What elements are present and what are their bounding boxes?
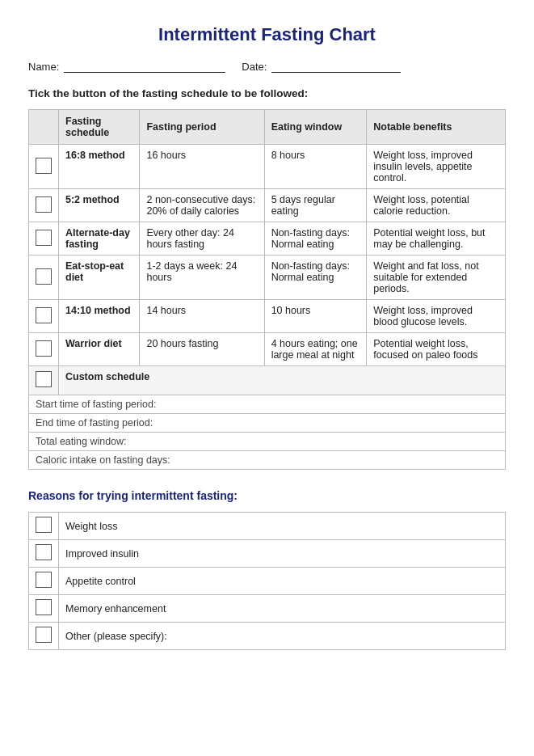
row-window-5: 4 hours eating; one large meal at night — [264, 333, 367, 366]
checkbox-2[interactable] — [36, 230, 52, 246]
table-row: 14:10 method 14 hours 10 hours Weight lo… — [29, 300, 506, 333]
reason-checkbox-4[interactable] — [36, 627, 52, 643]
reason-checkbox-1[interactable] — [36, 544, 52, 560]
col-header-period: Fasting period — [140, 110, 264, 145]
name-field-group: Name: — [28, 60, 225, 73]
row-benefits-1: Weight loss, potential calorie reduction… — [367, 189, 506, 222]
name-input-line[interactable] — [64, 60, 225, 73]
row-checkbox-cell-2 — [29, 222, 59, 256]
reason-row: Other (please specify): — [29, 623, 506, 650]
custom-field-row-0: Start time of fasting period: — [29, 395, 506, 414]
checkbox-5[interactable] — [36, 340, 52, 357]
row-period-5: 20 hours fasting — [140, 333, 264, 366]
reason-checkbox-cell-1 — [29, 540, 59, 568]
row-benefits-5: Potential weight loss, focused on paleo … — [367, 333, 506, 366]
row-schedule-name-1: 5:2 method — [59, 189, 140, 222]
reason-label-0: Weight loss — [59, 513, 506, 540]
row-period-1: 2 non-consecutive days: 20% of daily cal… — [140, 189, 264, 222]
reasons-section: Reasons for trying intermittent fasting:… — [28, 489, 506, 650]
row-schedule-name-3: Eat-stop-eat diet — [59, 256, 140, 300]
table-row: 5:2 method 2 non-consecutive days: 20% o… — [29, 189, 506, 222]
row-benefits-4: Weight loss, improved blood glucose leve… — [367, 300, 506, 333]
reasons-table: Weight loss Improved insulin Appetite co… — [28, 512, 506, 650]
row-checkbox-cell-5 — [29, 333, 59, 366]
reason-label-2: Appetite control — [59, 568, 506, 595]
checkbox-3[interactable] — [36, 268, 52, 285]
reason-checkbox-cell-0 — [29, 513, 59, 540]
date-label: Date: — [242, 61, 267, 73]
table-row: Alternate-day fasting Every other day: 2… — [29, 222, 506, 256]
reasons-title: Reasons for trying intermittent fasting: — [28, 489, 506, 502]
row-period-3: 1-2 days a week: 24 hours — [140, 256, 264, 300]
reason-checkbox-cell-3 — [29, 595, 59, 623]
row-checkbox-cell-0 — [29, 145, 59, 189]
custom-field-row-1: End time of fasting period: — [29, 414, 506, 433]
custom-field-1: End time of fasting period: — [29, 414, 506, 433]
reason-label-3: Memory enhancement — [59, 595, 506, 623]
col-header-window: Eating window — [264, 110, 367, 145]
row-checkbox-cell-4 — [29, 300, 59, 333]
reason-checkbox-2[interactable] — [36, 572, 52, 588]
reason-label-1: Improved insulin — [59, 540, 506, 568]
table-row: Warrior diet 20 hours fasting 4 hours ea… — [29, 333, 506, 366]
row-checkbox-cell-3 — [29, 256, 59, 300]
col-header-checkbox — [29, 110, 59, 145]
row-checkbox-cell-1 — [29, 189, 59, 222]
fasting-schedule-table: Fasting schedule Fasting period Eating w… — [28, 109, 506, 470]
reason-checkbox-0[interactable] — [36, 517, 52, 533]
reason-row: Improved insulin — [29, 540, 506, 568]
custom-field-2: Total eating window: — [29, 433, 506, 451]
custom-field-0: Start time of fasting period: — [29, 395, 506, 414]
custom-field-row-2: Total eating window: — [29, 433, 506, 451]
date-input-line[interactable] — [271, 60, 401, 73]
table-header-row: Fasting schedule Fasting period Eating w… — [29, 110, 506, 145]
row-window-1: 5 days regular eating — [264, 189, 367, 222]
checkbox-4[interactable] — [36, 307, 52, 323]
page-title: Intermittent Fasting Chart — [28, 24, 506, 45]
name-label: Name: — [28, 61, 59, 73]
table-row: Eat-stop-eat diet 1-2 days a week: 24 ho… — [29, 256, 506, 300]
checkbox-0[interactable] — [36, 158, 52, 174]
table-row: 16:8 method 16 hours 8 hours Weight loss… — [29, 145, 506, 189]
reason-row: Appetite control — [29, 568, 506, 595]
col-header-benefits: Notable benefits — [367, 110, 506, 145]
row-benefits-2: Potential weight loss, but may be challe… — [367, 222, 506, 256]
row-period-4: 14 hours — [140, 300, 264, 333]
tick-instruction: Tick the button of the fasting schedule … — [28, 87, 506, 99]
row-period-2: Every other day: 24 hours fasting — [140, 222, 264, 256]
custom-checkbox[interactable] — [36, 371, 52, 387]
custom-schedule-label: Custom schedule — [59, 366, 506, 395]
reason-checkbox-cell-2 — [29, 568, 59, 595]
row-benefits-0: Weight loss, improved insulin levels, ap… — [367, 145, 506, 189]
custom-field-3: Caloric intake on fasting days: — [29, 451, 506, 470]
reason-label-4: Other (please specify): — [59, 623, 506, 650]
date-field-group: Date: — [242, 60, 401, 73]
name-date-row: Name: Date: — [28, 60, 506, 73]
row-window-0: 8 hours — [264, 145, 367, 189]
row-schedule-name-5: Warrior diet — [59, 333, 140, 366]
reason-row: Memory enhancement — [29, 595, 506, 623]
reason-checkbox-3[interactable] — [36, 599, 52, 615]
custom-checkbox-cell — [29, 366, 59, 395]
reason-checkbox-cell-4 — [29, 623, 59, 650]
reason-row: Weight loss — [29, 513, 506, 540]
row-window-4: 10 hours — [264, 300, 367, 333]
row-schedule-name-2: Alternate-day fasting — [59, 222, 140, 256]
checkbox-1[interactable] — [36, 196, 52, 213]
custom-label-row: Custom schedule — [29, 366, 506, 395]
row-schedule-name-0: 16:8 method — [59, 145, 140, 189]
row-window-2: Non-fasting days: Normal eating — [264, 222, 367, 256]
row-window-3: Non-fasting days: Normal eating — [264, 256, 367, 300]
row-period-0: 16 hours — [140, 145, 264, 189]
row-benefits-3: Weight and fat loss, not suitable for ex… — [367, 256, 506, 300]
custom-field-row-3: Caloric intake on fasting days: — [29, 451, 506, 470]
row-schedule-name-4: 14:10 method — [59, 300, 140, 333]
col-header-schedule: Fasting schedule — [59, 110, 140, 145]
